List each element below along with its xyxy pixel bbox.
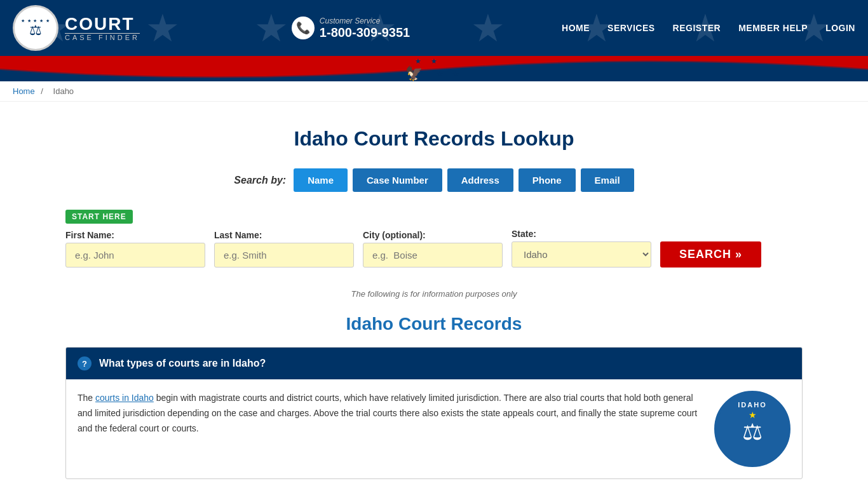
first-name-input[interactable] [65, 243, 205, 268]
faq-item-1: ? What types of courts are in Idaho? The… [65, 347, 803, 479]
header-decoration: ★ ★ 🦅 ★ ★ [0, 56, 868, 81]
eagle-stars-right: ★ ★ [425, 70, 463, 78]
customer-service: 📞 Customer Service 1-800-309-9351 [292, 17, 410, 40]
breadcrumb-home[interactable]: Home [13, 86, 35, 96]
tab-phone[interactable]: Phone [519, 168, 576, 192]
first-name-group: First Name: [65, 230, 205, 268]
cs-details: Customer Service 1-800-309-9351 [320, 17, 410, 40]
breadcrumb: Home / Idaho [0, 81, 868, 102]
nav-register[interactable]: REGISTER [673, 23, 721, 33]
tab-address[interactable]: Address [447, 168, 513, 192]
site-header: ★ ★ ★ ★ ★ ★ ★ ★ ★ ★ ★ ★ ★ ⚖ COURT CASE F… [0, 0, 868, 56]
cs-label: Customer Service [320, 17, 410, 25]
logo-circle: ★ ★ ★ ★ ★ ⚖ [13, 5, 58, 51]
nav-login[interactable]: LOGIN [825, 23, 855, 33]
logo-title2: CASE FINDER [65, 33, 140, 41]
seal-star: ★ [749, 410, 757, 420]
star-bg-5: ★ [471, 6, 505, 50]
city-label: City (optional): [363, 230, 503, 240]
search-by-label: Search by: [234, 175, 286, 186]
nav-services[interactable]: SERVICES [607, 23, 655, 33]
info-note: The following is for information purpose… [65, 289, 803, 299]
tab-name[interactable]: Name [294, 168, 348, 192]
courts-in-idaho-link[interactable]: courts in Idaho [95, 393, 154, 403]
breadcrumb-current: Idaho [53, 86, 74, 96]
nav-member-help[interactable]: MEMBER HELP [738, 23, 808, 33]
faq-header-1[interactable]: ? What types of courts are in Idaho? [66, 348, 802, 379]
star-bg-3: ★ [254, 6, 288, 50]
eagle-icon: 🦅 [405, 65, 423, 81]
state-group: State: Idaho Alabama Alaska Arizona Arka… [512, 229, 651, 268]
city-group: City (optional): [363, 230, 503, 268]
faq-answer-1: The courts in Idaho begin with magistrat… [78, 391, 702, 436]
logo-inner: ★ ★ ★ ★ ★ ⚖ [21, 18, 51, 37]
phone-icon: 📞 [292, 17, 315, 39]
main-nav: HOME SERVICES REGISTER MEMBER HELP LOGIN [562, 23, 855, 33]
state-label: State: [512, 229, 651, 239]
faq-question-text-1: What types of courts are in Idaho? [99, 358, 266, 369]
breadcrumb-separator: / [41, 86, 43, 96]
search-form: First Name: Last Name: City (optional): … [65, 229, 803, 268]
logo-title1: COURT [65, 15, 140, 33]
logo-text: COURT CASE FINDER [65, 15, 140, 41]
page-title: Idaho Court Records Lookup [65, 127, 803, 151]
last-name-label: Last Name: [214, 230, 354, 240]
eagle-stars-left: ★ ★ [405, 57, 463, 65]
city-input[interactable] [363, 243, 503, 268]
cs-phone: 1-800-309-9351 [320, 25, 410, 40]
section-title: Idaho Court Records [65, 314, 803, 334]
idaho-seal: IDAHO ★ ⚖ [714, 391, 790, 467]
last-name-input[interactable] [214, 243, 354, 268]
start-here-badge: START HERE [65, 210, 133, 224]
seal-text: IDAHO [738, 401, 766, 409]
tab-case-number[interactable]: Case Number [353, 168, 442, 192]
seal-icon: ⚖ [742, 419, 763, 445]
logo-area: ★ ★ ★ ★ ★ ⚖ COURT CASE FINDER [13, 5, 140, 51]
last-name-group: Last Name: [214, 230, 354, 268]
faq-body-1: The courts in Idaho begin with magistrat… [66, 379, 802, 478]
state-select[interactable]: Idaho Alabama Alaska Arizona Arkansas Ca… [512, 241, 651, 268]
main-content: Idaho Court Records Lookup Search by: Na… [53, 102, 815, 488]
star-bg-2: ★ [146, 6, 180, 50]
search-button[interactable]: SEARCH » [660, 241, 761, 268]
search-by-row: Search by: Name Case Number Address Phon… [65, 168, 803, 192]
eagle-decoration: ★ ★ 🦅 ★ ★ [405, 57, 463, 81]
nav-home[interactable]: HOME [562, 23, 590, 33]
faq-question-icon: ? [78, 356, 92, 370]
search-form-container: START HERE First Name: Last Name: City (… [65, 203, 803, 280]
tab-email[interactable]: Email [581, 168, 634, 192]
logo-scale-icon: ⚖ [21, 24, 51, 37]
first-name-label: First Name: [65, 230, 205, 240]
